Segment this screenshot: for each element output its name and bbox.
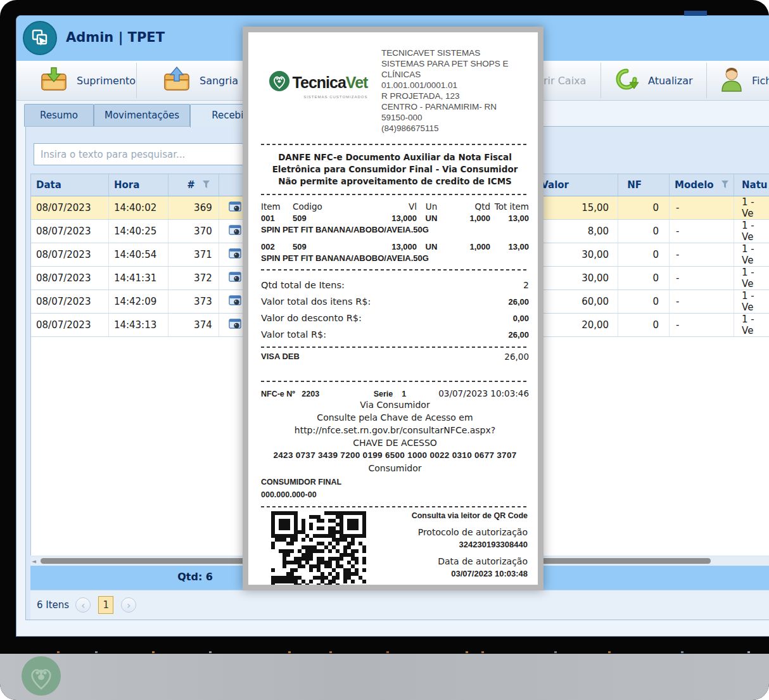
total-label: Valor total dos itens R$: [261,293,371,310]
brand-tagline: SISTEMAS CUSTOMIZADOS [269,95,368,99]
item-line: 002 509 13,000 UN 1,000 13,00 [261,242,529,251]
view-receipt-icon[interactable] [229,201,241,215]
view-receipt-icon[interactable] [229,272,241,285]
cell-valor: 60,00 [536,290,618,313]
data-autorizacao-value: 03/07/2023 10:03:48 [366,568,528,580]
dashed-separator [261,381,529,382]
view-receipt-icon[interactable] [229,319,241,332]
danfe-line: Eletrônica para Consumidor Final - Via C… [261,163,529,175]
cell-data: 08/07/2023 [31,220,109,243]
cell-natureza: 1 - Ve [734,290,769,313]
cell-valor: 8,00 [536,220,618,243]
total-row: Valor total R$: 26,00 [261,326,529,343]
cell-nf: 0 [618,243,670,266]
nfce-number: 2203 [302,390,319,398]
total-row: Qtd total de Itens: 2 [261,277,529,293]
cell-nf: 0 [618,196,670,219]
cell-data: 08/07/2023 [31,290,109,313]
toolbar-separator [601,63,601,98]
tab-resumo[interactable]: Resumo [24,104,94,127]
nfce-datetime: 03/07/2023 10:03:46 [422,388,529,398]
items-header-qtd: Qtd [446,201,490,212]
cell-hora: 14:42:09 [109,290,168,313]
pagination-bar: 6 Itens ‹ 1 › [30,590,769,620]
toolbar-separator [136,63,137,98]
nfce-number-group: NFC-e Nº 2203 [261,390,374,398]
payment-method: VISA DEB [261,352,300,362]
cell-hora: 14:40:25 [109,220,168,243]
item-qtd: 1,000 [446,213,490,223]
consumidor-doc: 000.000.000-00 [261,488,529,501]
column-header-nf-label: NF [627,179,642,191]
next-page-button[interactable]: › [121,597,136,613]
suprimento-button[interactable]: Suprimento [39,63,136,98]
items-header: Item Codigo Vl Un Qtd Tot item [261,201,529,212]
column-header-valor-label: Valor [541,179,569,191]
page-number[interactable]: 1 [98,596,113,614]
cell-modelo: - [670,267,734,290]
company-line: (84)986675115 [381,123,529,134]
column-header-natureza-label: Natu [742,179,768,191]
protocolo-label: Protocolo de autorização [366,526,528,538]
cell-hora: 14:40:54 [109,243,168,266]
column-header-hora[interactable]: Hora [109,174,168,196]
titlebar-accent [684,11,707,16]
view-receipt-icon[interactable] [229,295,241,309]
column-header-nf[interactable]: NF [618,174,670,196]
cell-natureza: 1 - Ve [734,243,769,266]
view-receipt-icon[interactable] [229,225,241,238]
payment-row: VISA DEB 26,00 [261,352,529,362]
cell-modelo: - [670,243,734,266]
consulta-url: http://nfce.set.rn.gov.br/consultarNFCe.… [261,424,529,436]
footer-heart-paw-logo [21,656,61,699]
cell-nf: 0 [618,267,670,290]
cell-natureza: 1 - Ve [734,196,769,219]
company-line: CENTRO - PARNAMIRIM- RN [381,101,529,112]
cell-valor: 15,00 [536,196,618,219]
total-value: 0,00 [513,314,529,323]
filter-funnel-icon[interactable] [721,179,728,191]
scroll-left-arrow-icon[interactable]: ◄ [32,558,36,564]
consulte-line: Consulte pela Chave de Acesso em [261,411,529,424]
item-tot: 13,00 [490,242,529,251]
tab-movimentacoes[interactable]: Movimentações [94,104,190,127]
items-header-vl: Vl [367,201,417,212]
cell-modelo: - [670,314,734,336]
column-header-num[interactable]: # [168,174,219,196]
column-header-valor[interactable]: Valor [536,174,618,196]
item-description: SPIN PET FIT BANANA/ABOBO/AVEIA.50G [261,253,529,263]
atualizar-button[interactable]: Atualizar [613,63,693,98]
column-header-hora-label: Hora [114,179,139,191]
heart-paw-icon [269,70,290,94]
view-receipt-icon[interactable] [229,248,241,262]
items-header-codigo: Codigo [293,201,367,212]
cell-valor: 30,00 [536,267,618,290]
abrir-caixa-label: rir Caixa [543,75,586,87]
item-num: 001 [261,213,293,223]
brand-vet: Vet [346,73,368,92]
abrir-caixa-button[interactable]: rir Caixa [543,63,586,98]
total-value: 26,00 [508,330,529,340]
danfe-line: Não permite aproveitamento de credito de… [261,175,529,188]
column-header-natureza[interactable]: Natu [734,174,769,196]
data-autorizacao-label: Data de autorização [366,556,528,568]
nfce-row: NFC-e Nº 2203 Serie 1 03/07/2023 10:03:4… [261,388,529,398]
sangria-button[interactable]: Sangria [162,63,238,98]
column-header-modelo[interactable]: Modelo [670,174,734,196]
item-vl: 13,000 [367,213,417,223]
column-header-data[interactable]: Data [31,174,109,196]
filter-funnel-icon[interactable] [203,179,210,191]
cell-natureza: 1 - Ve [734,314,769,336]
qr-info: Consulta via leitor de QR Code Protocolo… [366,511,529,590]
ficha-button[interactable]: Fich [720,63,769,98]
cell-modelo: - [670,196,734,219]
total-label: Valor total R$: [261,326,326,343]
via-consumidor: Via Consumidor [261,398,529,411]
suprimento-label: Suprimento [77,75,136,87]
bottom-strip [0,638,769,654]
prev-page-button[interactable]: ‹ [75,597,91,613]
qr-section: Consulta via leitor de QR Code Protocolo… [261,511,529,590]
danfe-block: DANFE NFC-e Documento Auxiliar da Nota F… [261,151,529,188]
column-header-modelo-label: Modelo [675,179,714,191]
cell-modelo: - [670,220,734,243]
